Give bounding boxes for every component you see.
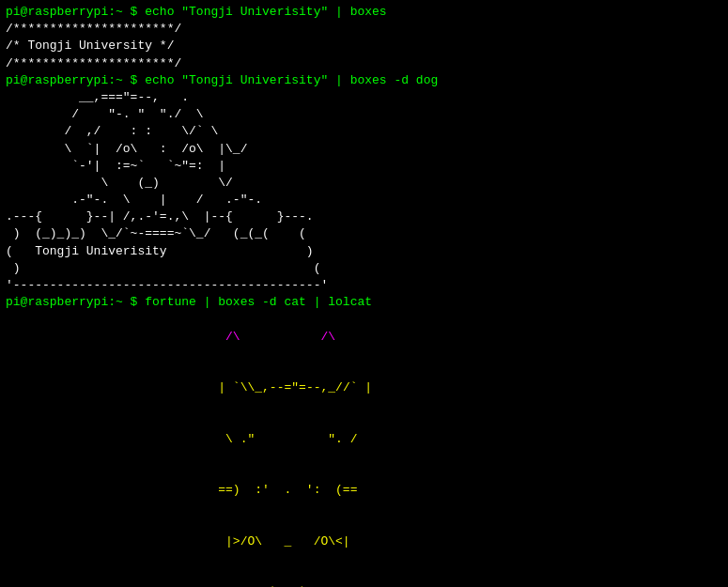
dog-art-2: / "-. " "./ \ <box>6 106 722 123</box>
cat-art-4: ==) :' . ': (== <box>6 465 722 517</box>
box1-bottom: /**********************/ <box>6 55 722 72</box>
cat-art-6: | \-"~` `~"-/ | <box>6 567 722 587</box>
terminal: pi@raspberrypi:~ $ echo "Tongji Univeris… <box>0 0 728 587</box>
dog-art-10: ( Tongji Univerisity ) <box>6 243 722 260</box>
box1-content: /* Tongji University */ <box>6 38 722 54</box>
box1-top: /**********************/ <box>6 21 722 38</box>
dog-art-3: / ,/ : : \/` \ <box>6 123 722 140</box>
dog-art-4: \ `| /o\ : /o\ |\_/ <box>6 141 722 158</box>
dog-art-6: \ (_) \/ <box>6 175 722 192</box>
cat-art-3: \ ." ". / <box>6 414 722 466</box>
command-line-1: pi@raspberrypi:~ $ echo "Tongji Univeris… <box>6 4 722 21</box>
dog-art-11: ) ( <box>6 260 722 277</box>
cat-art-5: |>/O\ _ /O\<| <box>6 517 722 568</box>
dog-art-9: ) (_)_)_) \_/`~-====~`\_/ (_(_( ( <box>6 225 722 242</box>
dog-art-1: __,==="=--, . <box>6 89 722 106</box>
dog-art-12: '---------------------------------------… <box>6 277 722 294</box>
dog-art-7: .-"-. \ | / .-"-. <box>6 192 722 209</box>
dog-art-5: `-'| :=~` `~"=: | <box>6 158 722 175</box>
command-line-3: pi@raspberrypi:~ $ fortune | boxes -d ca… <box>6 294 722 311</box>
cat-art-2: | `\\_,--="=--,_//` | <box>6 363 722 414</box>
command-line-2: pi@raspberrypi:~ $ echo "Tongji Univeris… <box>6 72 722 89</box>
cat-art-1: /\ /\ <box>6 311 722 363</box>
dog-art-8: .---{ }--| /,.-'=.,\ |--{ }---. <box>6 209 722 225</box>
